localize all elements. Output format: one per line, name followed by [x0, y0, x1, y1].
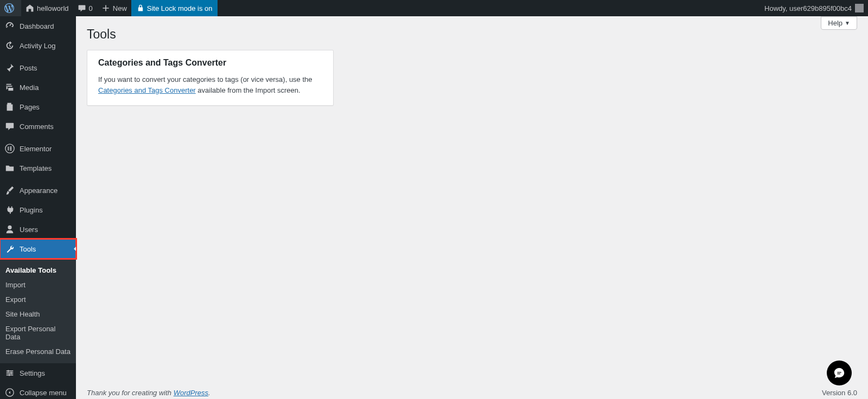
chat-icon [833, 367, 845, 379]
site-name: helloworld [37, 4, 69, 12]
tools-submenu: Available Tools Import Export Site Healt… [0, 259, 76, 363]
user-account-link[interactable]: Howdy, user629b895f00bc4 [764, 4, 864, 12]
elementor-icon [4, 143, 15, 154]
sidebar-item-label: Posts [20, 64, 37, 72]
footer: Thank you for creating with WordPress. V… [87, 378, 857, 399]
sidebar-item-label: Appearance [20, 186, 58, 195]
svg-rect-3 [10, 148, 12, 149]
sidebar-item-comments[interactable]: Comments [0, 117, 76, 136]
wrench-icon [4, 243, 15, 254]
sidebar-item-templates[interactable]: Templates [0, 158, 76, 178]
dashboard-icon [4, 21, 15, 31]
sidebar-item-dashboard[interactable]: Dashboard [0, 16, 76, 36]
submenu-item-site-health[interactable]: Site Health [0, 307, 76, 321]
howdy-text: Howdy, user629b895f00bc4 [764, 4, 852, 12]
sidebar-item-appearance[interactable]: Appearance [0, 181, 76, 200]
home-icon [25, 4, 34, 12]
chat-bubble-button[interactable] [827, 361, 852, 385]
sidebar-item-label: Plugins [20, 206, 43, 214]
submenu-item-export-personal-data[interactable]: Export Personal Data [0, 321, 76, 344]
svg-rect-5 [7, 371, 14, 372]
svg-rect-8 [8, 370, 9, 372]
converter-card: Categories and Tags Converter If you wan… [87, 50, 334, 106]
plug-icon [4, 204, 15, 215]
sidebar-item-label: Tools [20, 245, 36, 253]
sidebar-item-media[interactable]: Media [0, 78, 76, 97]
new-link[interactable]: New [97, 0, 131, 16]
sidebar-item-label: Users [20, 226, 38, 234]
svg-rect-9 [11, 372, 12, 374]
svg-rect-4 [10, 150, 12, 151]
pin-icon [4, 62, 15, 73]
site-name-link[interactable]: helloworld [21, 0, 73, 16]
avatar [855, 4, 864, 12]
svg-rect-6 [7, 372, 14, 374]
sidebar-item-elementor[interactable]: Elementor [0, 139, 76, 158]
lock-label: Site Lock mode is on [147, 4, 213, 12]
wordpress-icon [4, 3, 14, 13]
submenu-item-export[interactable]: Export [0, 292, 76, 307]
card-heading: Categories and Tags Converter [98, 58, 322, 68]
brush-icon [4, 185, 15, 196]
comment-count: 0 [89, 4, 93, 12]
wordpress-logo-link[interactable] [0, 0, 21, 16]
card-description: If you want to convert your categories t… [98, 74, 322, 95]
svg-rect-1 [8, 146, 9, 150]
plus-icon [101, 4, 110, 12]
comment-icon [78, 4, 86, 12]
footer-thanks: Thank you for creating with WordPress. [87, 389, 210, 397]
comments-link[interactable]: 0 [73, 0, 97, 16]
page-icon [4, 101, 15, 112]
submenu-item-erase-personal-data[interactable]: Erase Personal Data [0, 344, 76, 359]
sidebar-item-label: Collapse menu [20, 389, 67, 397]
submenu-item-available-tools[interactable]: Available Tools [0, 263, 76, 278]
settings-icon [4, 368, 15, 378]
page-title: Tools [87, 16, 116, 50]
history-icon [4, 40, 15, 51]
sidebar-item-label: Dashboard [20, 22, 54, 30]
folder-icon [4, 163, 15, 173]
help-tab[interactable]: Help ▼ [821, 16, 857, 30]
submenu-item-import[interactable]: Import [0, 278, 76, 292]
site-lock-notice[interactable]: Site Lock mode is on [131, 0, 218, 16]
sidebar-item-users[interactable]: Users [0, 220, 76, 239]
user-icon [4, 224, 15, 235]
sidebar-item-collapse[interactable]: Collapse menu [0, 383, 76, 399]
sidebar-item-posts[interactable]: Posts [0, 58, 76, 78]
help-label: Help [828, 19, 843, 27]
new-label: New [113, 4, 127, 12]
sidebar-item-label: Templates [20, 164, 52, 172]
collapse-icon [4, 387, 15, 398]
sidebar-item-plugins[interactable]: Plugins [0, 200, 76, 220]
chevron-down-icon: ▼ [845, 20, 850, 26]
sidebar-item-pages[interactable]: Pages [0, 97, 76, 117]
lock-icon [137, 4, 144, 12]
categories-tags-converter-link[interactable]: Categories and Tags Converter [98, 86, 196, 94]
svg-rect-10 [9, 374, 10, 376]
admin-topbar: helloworld 0 New Site Lock mode is on Ho… [0, 0, 868, 16]
main-content: Tools Help ▼ Categories and Tags Convert… [76, 16, 868, 399]
sidebar-item-label: Media [20, 83, 39, 92]
sidebar-item-label: Elementor [20, 145, 52, 153]
sidebar-item-label: Activity Log [20, 42, 55, 50]
media-icon [4, 82, 15, 93]
sidebar-item-label: Pages [20, 103, 40, 111]
wordpress-link[interactable]: WordPress [174, 389, 208, 397]
version-text: Version 6.0 [822, 389, 857, 397]
comment-icon [4, 121, 15, 132]
sidebar-item-settings[interactable]: Settings [0, 363, 76, 383]
sidebar-item-label: Settings [20, 369, 45, 377]
sidebar-item-activity-log[interactable]: Activity Log [0, 36, 76, 55]
svg-rect-2 [10, 146, 12, 147]
sidebar-item-tools[interactable]: Tools [0, 239, 76, 259]
admin-sidebar: Dashboard Activity Log Posts Media Pages… [0, 16, 76, 399]
sidebar-item-label: Comments [20, 123, 54, 131]
